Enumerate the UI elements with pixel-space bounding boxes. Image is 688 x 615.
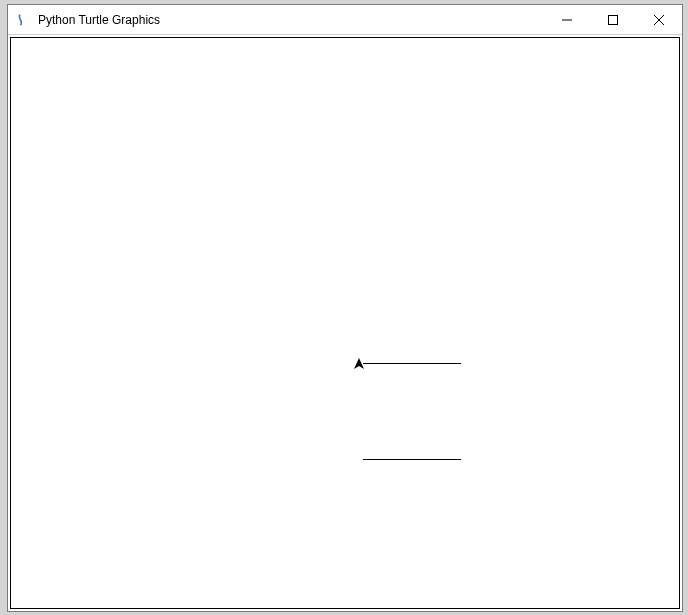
titlebar[interactable]: Python Turtle Graphics — [8, 5, 682, 35]
minimize-button[interactable] — [544, 5, 590, 34]
turtle-arrow-icon — [352, 357, 366, 371]
turtle-canvas — [10, 37, 680, 609]
svg-rect-1 — [609, 15, 618, 24]
turtle-cursor — [352, 357, 366, 375]
application-window: Python Turtle Graphics — [7, 4, 683, 612]
maximize-icon — [608, 15, 618, 25]
close-icon — [654, 15, 664, 25]
app-icon — [16, 12, 32, 28]
drawn-line — [363, 363, 461, 364]
svg-marker-4 — [354, 358, 364, 369]
window-title: Python Turtle Graphics — [38, 13, 544, 27]
minimize-icon — [562, 15, 572, 25]
close-button[interactable] — [636, 5, 682, 34]
window-controls — [544, 5, 682, 34]
drawn-line — [363, 459, 461, 460]
maximize-button[interactable] — [590, 5, 636, 34]
